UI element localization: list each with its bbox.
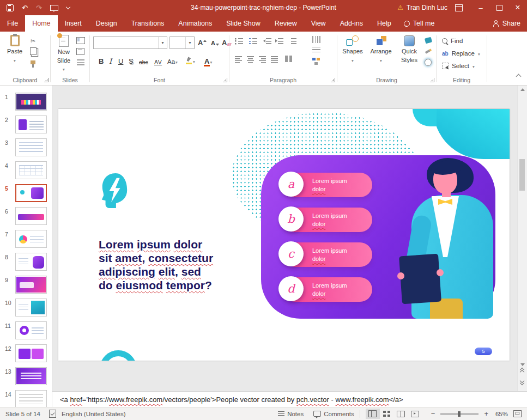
slide-thumbnail-7[interactable] xyxy=(15,230,47,248)
cut-icon[interactable]: ✂ xyxy=(28,36,38,45)
numbering-icon[interactable] xyxy=(249,37,258,45)
spellcheck-icon[interactable] xyxy=(49,410,56,418)
font-dialog-launcher[interactable] xyxy=(223,78,227,82)
replace-button[interactable]: abReplace xyxy=(442,48,480,58)
scroll-up-icon[interactable] xyxy=(520,88,525,91)
convert-smartart-icon[interactable] xyxy=(312,58,320,65)
tab-home[interactable]: Home xyxy=(25,15,57,32)
zoom-in-button[interactable]: + xyxy=(482,410,490,418)
slide-thumbnail-14[interactable] xyxy=(15,390,47,407)
save-icon[interactable] xyxy=(7,4,14,11)
bullets-icon[interactable] xyxy=(235,37,244,45)
notes-toggle[interactable]: Notes xyxy=(287,411,304,417)
quick-styles-button[interactable]: Quick Styles xyxy=(397,35,421,63)
character-spacing-button[interactable]: AV xyxy=(154,55,162,65)
comments-toggle[interactable]: Comments xyxy=(324,411,354,417)
font-size-dropdown-icon[interactable] xyxy=(185,37,194,48)
view-slideshow-button[interactable] xyxy=(408,409,422,419)
shape-effects-icon[interactable] xyxy=(423,58,433,66)
justify-icon[interactable] xyxy=(271,56,279,63)
tab-transitions[interactable]: Transitions xyxy=(124,15,172,32)
account-name[interactable]: Tran Dinh Luc xyxy=(407,4,447,11)
close-button[interactable]: × xyxy=(508,0,527,15)
slide-layout-icon[interactable] xyxy=(76,36,85,45)
tab-review[interactable]: Review xyxy=(268,15,304,32)
scrollbar-thumb[interactable] xyxy=(519,159,525,191)
slide-thumbnail-13[interactable] xyxy=(15,367,47,385)
increase-indent-icon[interactable] xyxy=(275,37,284,45)
font-color-button[interactable]: A xyxy=(204,55,212,65)
tab-animations[interactable]: Animations xyxy=(171,15,219,32)
answer-option-c[interactable]: Lorem ipsum dolor c xyxy=(278,241,372,267)
qat-customize-icon[interactable] xyxy=(66,4,70,9)
slide-thumbnail-3[interactable] xyxy=(15,138,47,156)
ribbon-display-options-icon[interactable] xyxy=(455,4,463,11)
tab-help[interactable]: Help xyxy=(370,15,398,32)
font-name-dropdown-icon[interactable] xyxy=(158,37,167,48)
shape-fill-icon[interactable] xyxy=(423,36,433,45)
view-slide-sorter-button[interactable] xyxy=(380,409,394,419)
slide-canvas[interactable]: Lorem ipsum dolor a Lorem ipsum dolor b … xyxy=(58,109,510,361)
arrange-button[interactable]: Arrange xyxy=(368,35,394,63)
font-size-select[interactable] xyxy=(169,36,195,49)
vertical-scrollbar[interactable] xyxy=(517,86,527,391)
select-button[interactable]: Select xyxy=(442,61,475,71)
copy-icon[interactable] xyxy=(28,47,38,56)
columns-icon[interactable] xyxy=(285,56,293,63)
slide-thumbnail-6[interactable] xyxy=(15,207,47,225)
tab-design[interactable]: Design xyxy=(89,15,124,32)
redo-icon[interactable]: ↷ xyxy=(36,4,42,11)
reset-slide-icon[interactable] xyxy=(76,47,85,56)
slide-thumbnail-1[interactable] xyxy=(15,93,47,111)
answer-option-b[interactable]: Lorem ipsum dolor b xyxy=(278,206,372,232)
shape-outline-icon[interactable] xyxy=(423,47,433,56)
change-case-button[interactable]: Aa xyxy=(167,55,178,65)
slide-thumbnail-2[interactable] xyxy=(15,115,47,133)
tab-slideshow[interactable]: Slide Show xyxy=(219,15,268,32)
font-name-select[interactable] xyxy=(93,36,167,49)
undo-icon[interactable]: ↶ xyxy=(22,4,28,11)
minimize-button[interactable]: – xyxy=(471,0,490,15)
text-direction-icon[interactable] xyxy=(312,36,320,43)
tab-file[interactable]: File xyxy=(0,15,25,32)
italic-button[interactable]: I xyxy=(109,55,112,65)
zoom-slider-thumb[interactable] xyxy=(458,411,461,417)
answer-option-a[interactable]: Lorem ipsum dolor a xyxy=(278,172,372,197)
grow-font-icon[interactable]: A xyxy=(198,36,207,46)
language-indicator[interactable]: English (United States) xyxy=(62,411,126,417)
previous-slide-button[interactable] xyxy=(520,369,525,376)
view-reading-button[interactable] xyxy=(394,409,408,419)
drawing-dialog-launcher[interactable] xyxy=(430,78,434,82)
maximize-button[interactable] xyxy=(490,0,508,15)
slide-thumbnail-9[interactable] xyxy=(15,276,47,294)
start-slideshow-icon[interactable] xyxy=(50,5,58,11)
warning-icon[interactable]: ⚠ xyxy=(397,4,403,11)
line-spacing-icon[interactable] xyxy=(288,37,297,45)
slide-thumbnail-5-selected[interactable] xyxy=(15,184,47,202)
slide-thumbnail-10[interactable] xyxy=(15,299,47,316)
new-slide-button[interactable]: New Slide xyxy=(53,35,75,72)
align-left-icon[interactable] xyxy=(235,56,243,63)
answer-option-d[interactable]: Lorem ipsum dolor d xyxy=(278,276,372,302)
paragraph-dialog-launcher[interactable] xyxy=(331,78,335,82)
share-button[interactable]: Share xyxy=(493,15,520,32)
underline-button[interactable]: U xyxy=(118,55,123,65)
question-text[interactable]: Lorem ipsum dolor sit amet, consectetur … xyxy=(99,238,229,292)
format-painter-icon[interactable] xyxy=(28,58,38,66)
paste-button[interactable]: Paste xyxy=(4,35,25,63)
shrink-font-icon[interactable]: A xyxy=(211,36,219,46)
zoom-slider[interactable] xyxy=(440,413,478,415)
clipboard-dialog-launcher[interactable] xyxy=(44,78,49,82)
zoom-out-button[interactable]: − xyxy=(429,410,438,418)
slide-indicator[interactable]: Slide 5 of 14 xyxy=(5,411,40,417)
strikethrough-button[interactable]: abc xyxy=(139,55,148,65)
view-normal-button[interactable] xyxy=(366,409,380,419)
slide-thumbnail-11[interactable] xyxy=(15,321,47,339)
bold-button[interactable]: B xyxy=(99,55,104,65)
slide-editor-area[interactable]: Lorem ipsum dolor a Lorem ipsum dolor b … xyxy=(52,86,518,391)
zoom-level[interactable]: 65% xyxy=(490,411,508,417)
highlight-color-button[interactable] xyxy=(186,54,195,64)
tab-insert[interactable]: Insert xyxy=(58,15,89,32)
align-right-icon[interactable] xyxy=(259,56,267,63)
next-slide-button[interactable] xyxy=(520,380,525,387)
